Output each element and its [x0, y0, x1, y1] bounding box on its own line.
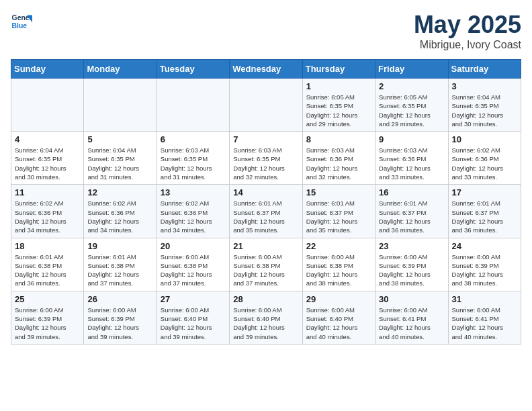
day-info: Sunrise: 6:01 AM Sunset: 6:38 PM Dayligh…	[15, 253, 80, 288]
calendar-cell: 19Sunrise: 6:01 AM Sunset: 6:38 PM Dayli…	[84, 238, 157, 291]
calendar-table: SundayMondayTuesdayWednesdayThursdayFrid…	[11, 59, 521, 345]
calendar-cell: 18Sunrise: 6:01 AM Sunset: 6:38 PM Dayli…	[11, 238, 84, 291]
calendar-cell: 6Sunrise: 6:03 AM Sunset: 6:35 PM Daylig…	[157, 132, 229, 185]
day-number: 21	[233, 241, 298, 251]
calendar-cell: 27Sunrise: 6:00 AM Sunset: 6:40 PM Dayli…	[157, 291, 229, 344]
day-info: Sunrise: 6:00 AM Sunset: 6:38 PM Dayligh…	[161, 253, 226, 288]
calendar-cell	[11, 79, 84, 132]
day-number: 28	[233, 294, 298, 304]
day-number: 14	[233, 187, 298, 197]
calendar-cell: 13Sunrise: 6:02 AM Sunset: 6:36 PM Dayli…	[157, 185, 229, 238]
day-number: 8	[306, 134, 371, 144]
logo-icon: General Blue	[11, 11, 32, 32]
logo: General Blue	[11, 11, 32, 32]
day-info: Sunrise: 6:02 AM Sunset: 6:36 PM Dayligh…	[87, 199, 152, 234]
day-info: Sunrise: 6:01 AM Sunset: 6:37 PM Dayligh…	[379, 199, 444, 234]
day-info: Sunrise: 6:01 AM Sunset: 6:37 PM Dayligh…	[306, 199, 371, 234]
day-info: Sunrise: 6:00 AM Sunset: 6:41 PM Dayligh…	[452, 306, 517, 341]
day-info: Sunrise: 6:00 AM Sunset: 6:39 PM Dayligh…	[87, 306, 152, 341]
calendar-cell: 22Sunrise: 6:00 AM Sunset: 6:38 PM Dayli…	[302, 238, 375, 291]
day-info: Sunrise: 6:02 AM Sunset: 6:36 PM Dayligh…	[452, 146, 517, 181]
day-info: Sunrise: 6:00 AM Sunset: 6:39 PM Dayligh…	[452, 253, 517, 288]
calendar-cell: 21Sunrise: 6:00 AM Sunset: 6:38 PM Dayli…	[230, 238, 302, 291]
day-info: Sunrise: 6:00 AM Sunset: 6:41 PM Dayligh…	[379, 306, 444, 341]
weekday-header-tuesday: Tuesday	[157, 60, 229, 79]
calendar-cell: 14Sunrise: 6:01 AM Sunset: 6:37 PM Dayli…	[230, 185, 302, 238]
day-number: 31	[452, 294, 517, 304]
weekday-header-monday: Monday	[84, 60, 157, 79]
day-number: 13	[161, 187, 226, 197]
month-title: May 2025	[414, 11, 521, 39]
day-number: 2	[379, 81, 444, 91]
day-info: Sunrise: 6:00 AM Sunset: 6:40 PM Dayligh…	[233, 306, 298, 341]
day-info: Sunrise: 6:03 AM Sunset: 6:36 PM Dayligh…	[379, 146, 444, 181]
day-number: 30	[379, 294, 444, 304]
day-number: 3	[452, 81, 517, 91]
weekday-header-thursday: Thursday	[302, 60, 375, 79]
calendar-cell: 30Sunrise: 6:00 AM Sunset: 6:41 PM Dayli…	[375, 291, 448, 344]
calendar-week-3: 11Sunrise: 6:02 AM Sunset: 6:36 PM Dayli…	[11, 185, 521, 238]
day-number: 20	[161, 241, 226, 251]
day-info: Sunrise: 6:03 AM Sunset: 6:36 PM Dayligh…	[306, 146, 371, 181]
day-info: Sunrise: 6:05 AM Sunset: 6:35 PM Dayligh…	[306, 93, 371, 128]
day-number: 29	[306, 294, 371, 304]
day-info: Sunrise: 6:00 AM Sunset: 6:40 PM Dayligh…	[161, 306, 226, 341]
calendar-cell: 25Sunrise: 6:00 AM Sunset: 6:39 PM Dayli…	[11, 291, 84, 344]
calendar-cell: 28Sunrise: 6:00 AM Sunset: 6:40 PM Dayli…	[230, 291, 302, 344]
calendar-cell	[157, 79, 229, 132]
day-info: Sunrise: 6:00 AM Sunset: 6:39 PM Dayligh…	[379, 253, 444, 288]
calendar-cell: 12Sunrise: 6:02 AM Sunset: 6:36 PM Dayli…	[84, 185, 157, 238]
day-info: Sunrise: 6:02 AM Sunset: 6:36 PM Dayligh…	[161, 199, 226, 234]
day-info: Sunrise: 6:00 AM Sunset: 6:38 PM Dayligh…	[233, 253, 298, 288]
calendar-cell: 26Sunrise: 6:00 AM Sunset: 6:39 PM Dayli…	[84, 291, 157, 344]
calendar-cell: 7Sunrise: 6:03 AM Sunset: 6:35 PM Daylig…	[230, 132, 302, 185]
calendar-cell: 8Sunrise: 6:03 AM Sunset: 6:36 PM Daylig…	[302, 132, 375, 185]
day-number: 6	[161, 134, 226, 144]
calendar-cell: 1Sunrise: 6:05 AM Sunset: 6:35 PM Daylig…	[302, 79, 375, 132]
day-number: 23	[379, 241, 444, 251]
day-number: 10	[452, 134, 517, 144]
day-info: Sunrise: 6:04 AM Sunset: 6:35 PM Dayligh…	[452, 93, 517, 128]
calendar-cell: 10Sunrise: 6:02 AM Sunset: 6:36 PM Dayli…	[448, 132, 521, 185]
day-number: 27	[161, 294, 226, 304]
day-info: Sunrise: 6:03 AM Sunset: 6:35 PM Dayligh…	[161, 146, 226, 181]
calendar-week-1: 1Sunrise: 6:05 AM Sunset: 6:35 PM Daylig…	[11, 79, 521, 132]
calendar-cell: 20Sunrise: 6:00 AM Sunset: 6:38 PM Dayli…	[157, 238, 229, 291]
calendar-cell: 4Sunrise: 6:04 AM Sunset: 6:35 PM Daylig…	[11, 132, 84, 185]
day-number: 25	[15, 294, 80, 304]
calendar-cell: 23Sunrise: 6:00 AM Sunset: 6:39 PM Dayli…	[375, 238, 448, 291]
calendar-week-4: 18Sunrise: 6:01 AM Sunset: 6:38 PM Dayli…	[11, 238, 521, 291]
weekday-header-saturday: Saturday	[448, 60, 521, 79]
day-info: Sunrise: 6:00 AM Sunset: 6:38 PM Dayligh…	[306, 253, 371, 288]
day-info: Sunrise: 6:02 AM Sunset: 6:36 PM Dayligh…	[15, 199, 80, 234]
day-info: Sunrise: 6:00 AM Sunset: 6:39 PM Dayligh…	[15, 306, 80, 341]
calendar-week-5: 25Sunrise: 6:00 AM Sunset: 6:39 PM Dayli…	[11, 291, 521, 344]
calendar-cell	[84, 79, 157, 132]
calendar-cell: 2Sunrise: 6:05 AM Sunset: 6:35 PM Daylig…	[375, 79, 448, 132]
day-number: 17	[452, 187, 517, 197]
day-number: 26	[87, 294, 152, 304]
weekday-header-friday: Friday	[375, 60, 448, 79]
page-header: General Blue May 2025 Mibrigue, Ivory Co…	[11, 11, 521, 51]
calendar-cell: 15Sunrise: 6:01 AM Sunset: 6:37 PM Dayli…	[302, 185, 375, 238]
calendar-cell: 3Sunrise: 6:04 AM Sunset: 6:35 PM Daylig…	[448, 79, 521, 132]
day-info: Sunrise: 6:00 AM Sunset: 6:40 PM Dayligh…	[306, 306, 371, 341]
calendar-cell: 17Sunrise: 6:01 AM Sunset: 6:37 PM Dayli…	[448, 185, 521, 238]
day-info: Sunrise: 6:01 AM Sunset: 6:38 PM Dayligh…	[87, 253, 152, 288]
day-info: Sunrise: 6:03 AM Sunset: 6:35 PM Dayligh…	[233, 146, 298, 181]
title-block: May 2025 Mibrigue, Ivory Coast	[414, 11, 521, 51]
day-info: Sunrise: 6:05 AM Sunset: 6:35 PM Dayligh…	[379, 93, 444, 128]
calendar-cell: 9Sunrise: 6:03 AM Sunset: 6:36 PM Daylig…	[375, 132, 448, 185]
weekday-header-wednesday: Wednesday	[230, 60, 302, 79]
day-number: 24	[452, 241, 517, 251]
svg-text:Blue: Blue	[12, 22, 28, 30]
calendar-cell: 29Sunrise: 6:00 AM Sunset: 6:40 PM Dayli…	[302, 291, 375, 344]
calendar-cell: 5Sunrise: 6:04 AM Sunset: 6:35 PM Daylig…	[84, 132, 157, 185]
day-info: Sunrise: 6:01 AM Sunset: 6:37 PM Dayligh…	[233, 199, 298, 234]
calendar-header-row: SundayMondayTuesdayWednesdayThursdayFrid…	[11, 60, 521, 79]
day-number: 15	[306, 187, 371, 197]
calendar-cell: 31Sunrise: 6:00 AM Sunset: 6:41 PM Dayli…	[448, 291, 521, 344]
day-number: 5	[87, 134, 152, 144]
calendar-week-2: 4Sunrise: 6:04 AM Sunset: 6:35 PM Daylig…	[11, 132, 521, 185]
day-number: 4	[15, 134, 80, 144]
